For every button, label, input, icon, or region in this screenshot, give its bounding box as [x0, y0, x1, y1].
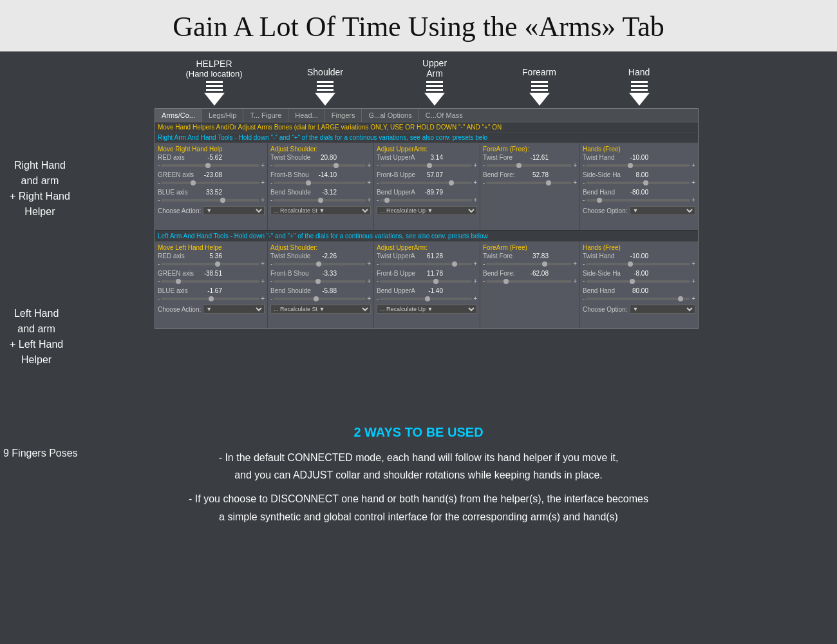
- forearm-arrow: [529, 81, 550, 106]
- left-helper-title: Move Left Hand Helpe: [158, 244, 265, 251]
- left-shoulder-twist-slider[interactable]: - +: [270, 260, 371, 267]
- tab-center-of-mass[interactable]: C...Of Mass: [419, 109, 469, 122]
- right-hands-title: Hands (Free): [583, 146, 695, 153]
- right-upperarm-select[interactable]: ... Recalculate Up ▼: [377, 206, 477, 215]
- helper-arrow: [204, 81, 225, 106]
- right-blue-value: 33.52: [200, 189, 222, 196]
- left-hand-bend-slider[interactable]: - +: [583, 295, 695, 302]
- left-upperarm-select[interactable]: ... Recalculate Up ▼: [377, 305, 477, 314]
- right-arm-section: Right Arm And Hand Tools - Hold down "-"…: [155, 133, 698, 231]
- hand-arrow: [629, 81, 650, 106]
- left-upperarm-dropdown[interactable]: ... Recalculate Up ▼: [377, 305, 477, 314]
- hand-twist-slider[interactable]: - +: [583, 162, 695, 169]
- right-arm-controls: Move Right Hand Help RED axis -5.62 - + …: [155, 143, 698, 230]
- tab-head[interactable]: Head...: [288, 109, 324, 122]
- left-forearm-bend-slider[interactable]: - +: [483, 278, 577, 285]
- right-forearm-title: ForeArm (Free):: [483, 146, 577, 153]
- col-header-hand: Hand: [589, 67, 689, 108]
- shoulder-twist-slider[interactable]: - +: [270, 162, 371, 169]
- left-shoulder-dropdown[interactable]: ... Recalculate St ▼: [270, 305, 371, 314]
- right-group-helper: Move Right Hand Help RED axis -5.62 - + …: [155, 143, 268, 230]
- tab-global-options[interactable]: G...al Options: [362, 109, 418, 122]
- left-blue-slider[interactable]: - +: [158, 295, 265, 302]
- right-group-shoulder: Adjust Shoulder: Twist Shoulde 20.80 - +…: [268, 143, 374, 230]
- col-helper-line2: (Hand location): [185, 69, 242, 79]
- tab-bar: Arms/Co... Legs/Hip T... Figure Head... …: [155, 109, 698, 122]
- right-red-slider[interactable]: - +: [158, 162, 265, 169]
- shoulder-bend-slider[interactable]: - +: [270, 196, 371, 204]
- left-arm-info: Left Arm And Hand Tools - Hold down "-" …: [155, 231, 698, 242]
- right-green-value: -23.08: [200, 171, 222, 178]
- right-group-hands: Hands (Free) Twist Hand -10.00 - + Side-…: [580, 143, 698, 230]
- left-hands-dropdown[interactable]: Choose Option: ▼: [583, 305, 695, 314]
- hand-bend-slider[interactable]: - +: [583, 196, 695, 204]
- right-upperarm-dropdown[interactable]: ... Recalculate Up ▼: [377, 206, 477, 215]
- right-helper-dropdown[interactable]: Choose Action: ▼: [158, 206, 265, 215]
- upperarm-twist-slider[interactable]: - +: [377, 162, 477, 169]
- hand-sideside-slider[interactable]: - +: [583, 179, 695, 186]
- left-shoulder-front-slider[interactable]: - +: [270, 278, 371, 285]
- left-shoulder-bend-slider[interactable]: - +: [270, 295, 371, 302]
- col-forearm-label: Forearm: [522, 67, 556, 77]
- right-red-dial-row: RED axis -5.62: [158, 154, 265, 161]
- upperarm-front-slider[interactable]: - +: [377, 179, 477, 186]
- right-hand-line1: Right Hand: [10, 158, 70, 173]
- ui-panel: Arms/Co... Legs/Hip T... Figure Head... …: [155, 108, 699, 329]
- left-group-upperarm: Adjust UpperArm: Twist UpperA 61.28 - + …: [374, 242, 480, 328]
- left-forearm-twist-slider[interactable]: - +: [483, 260, 577, 267]
- right-green-slider[interactable]: - +: [158, 179, 265, 186]
- left-helper-dropdown[interactable]: Choose Action: ▼: [158, 305, 265, 314]
- bottom-para1: - In the default CONNECTED mode, each ha…: [39, 449, 798, 484]
- left-red-slider[interactable]: - +: [158, 260, 265, 267]
- right-green-dial-row: GREEN axis -23.08: [158, 171, 265, 178]
- shoulder-front-slider[interactable]: - +: [270, 179, 371, 186]
- left-shoulder-title: Adjust Shoulder:: [270, 244, 371, 251]
- left-upperarm-front-slider[interactable]: - +: [377, 278, 477, 285]
- tab-legs[interactable]: Legs/Hip: [202, 109, 243, 122]
- ways-title: 2 WAYS TO BE USED: [39, 425, 798, 440]
- right-arm-info: Right Arm And Hand Tools - Hold down "-"…: [155, 133, 698, 143]
- col-hand-label: Hand: [628, 67, 650, 77]
- right-shoulder-dropdown[interactable]: ... Recalculate St ▼: [270, 206, 371, 215]
- right-hand-label: Right Hand and arm + Right Hand Helper: [10, 158, 70, 220]
- right-green-label: GREEN axis: [158, 171, 200, 178]
- left-hands-select[interactable]: ▼: [630, 305, 696, 314]
- right-hand-line2: and arm: [10, 173, 70, 189]
- forearm-twist-slider[interactable]: - +: [483, 162, 577, 169]
- shoulder-arrow: [315, 81, 335, 106]
- left-group-helper: Move Left Hand Helpe RED axis 5.36 - + G…: [155, 242, 268, 328]
- forearm-bend-slider[interactable]: - +: [483, 179, 577, 186]
- right-hand-line4: Helper: [10, 204, 70, 220]
- left-green-slider[interactable]: - +: [158, 278, 265, 285]
- page-title: Gain A Lot Of Time Using the «Arms» Tab: [173, 11, 664, 43]
- left-shoulder-select[interactable]: ... Recalculate St ▼: [270, 305, 371, 314]
- right-blue-slider[interactable]: - +: [158, 196, 265, 204]
- right-helper-select[interactable]: ▼: [203, 206, 265, 215]
- left-hand-sideside-slider[interactable]: - +: [583, 278, 695, 285]
- minus-icon[interactable]: -: [158, 179, 160, 186]
- plus-icon[interactable]: +: [261, 196, 265, 204]
- right-hands-dropdown[interactable]: Choose Option: ▼: [583, 206, 695, 215]
- left-group-hands: Hands (Free) Twist Hand -10.00 - + Side-…: [580, 242, 698, 328]
- tab-arms[interactable]: Arms/Co...: [155, 109, 202, 122]
- upperarm-arrow: [424, 81, 445, 106]
- tab-figure[interactable]: T... Figure: [243, 109, 288, 122]
- minus-icon[interactable]: -: [158, 162, 160, 169]
- left-helper-select[interactable]: ▼: [203, 305, 265, 314]
- col-upperarm-line2: Arm: [426, 68, 443, 79]
- left-arm-controls: Move Left Hand Helpe RED axis 5.36 - + G…: [155, 242, 698, 328]
- right-hand-line3: + Right Hand: [10, 189, 70, 204]
- left-upperarm-twist-slider[interactable]: - +: [377, 260, 477, 267]
- plus-icon[interactable]: +: [261, 162, 265, 169]
- left-forearm-title: ForeArm (Free): [483, 244, 577, 251]
- col-helper-line1: HELPER: [196, 59, 232, 69]
- right-hands-select[interactable]: ▼: [630, 206, 696, 215]
- left-upperarm-bend-slider[interactable]: - +: [377, 295, 477, 302]
- plus-icon[interactable]: +: [261, 179, 265, 186]
- right-shoulder-select[interactable]: ... Recalculate St ▼: [270, 206, 371, 215]
- upperarm-bend-slider[interactable]: - +: [377, 196, 477, 204]
- tab-fingers[interactable]: Fingers: [325, 109, 362, 122]
- right-upperarm-title: Adjust UpperArm:: [377, 146, 477, 153]
- left-hand-twist-slider[interactable]: - +: [583, 260, 695, 267]
- minus-icon[interactable]: -: [158, 196, 160, 204]
